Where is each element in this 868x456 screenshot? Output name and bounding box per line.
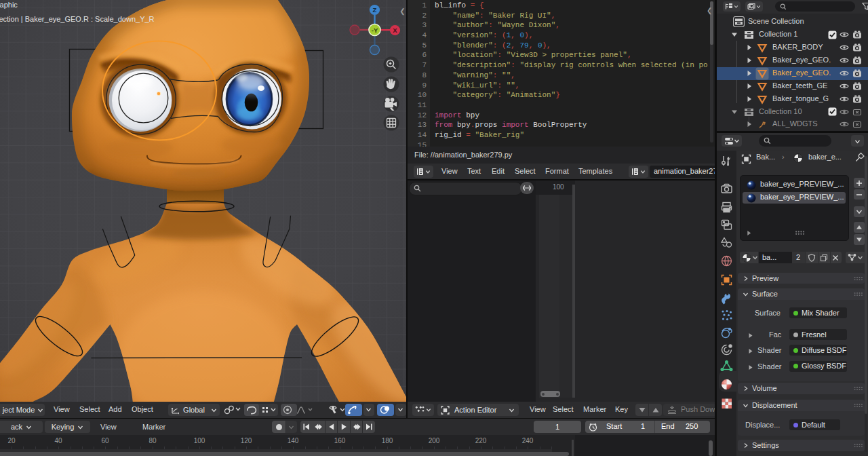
svg-text:❮: ❮ xyxy=(399,7,405,16)
svg-text:X: X xyxy=(393,26,397,34)
svg-text:Z: Z xyxy=(373,6,377,14)
svg-text:-Y: -Y xyxy=(372,26,378,34)
